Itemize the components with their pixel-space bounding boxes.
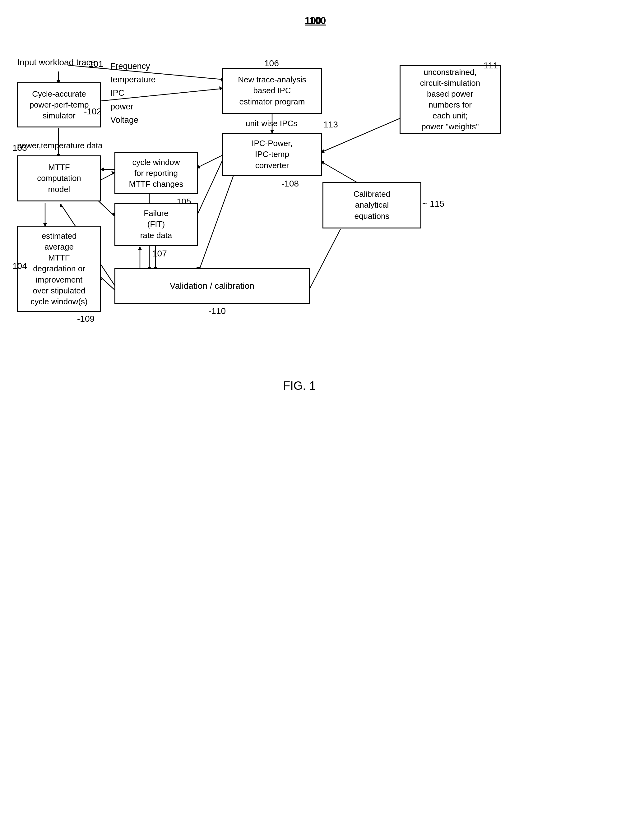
new-trace-box: New trace-analysisbased IPCestimator pro… [223, 68, 322, 114]
svg-line-14 [197, 159, 223, 216]
ref-111: 111 [483, 61, 498, 71]
cycle-window-box: cycle windowfor reportingMTTF changes [114, 152, 198, 194]
unconstrained-box: unconstrained,circuit-simulationbased po… [399, 65, 500, 134]
svg-marker-35 [138, 246, 142, 250]
cycle-accurate-box: Cycle-accuratepower-perf-tempsimulator [17, 82, 101, 128]
ipc-power-box: IPC-Power,IPC-tempconverter [223, 133, 322, 176]
svg-line-12 [197, 155, 223, 168]
svg-line-30 [100, 277, 114, 290]
ref-102: -102 [84, 107, 101, 117]
svg-line-20 [321, 162, 358, 183]
ref-106: 106 [264, 58, 279, 68]
ref-113: 113 [324, 120, 338, 129]
ref-115: ~ 115 [422, 199, 444, 209]
estimated-mttf-box: estimatedaverageMTTFdegradation orimprov… [17, 226, 101, 312]
power-temp-label: power,temperature data [17, 141, 103, 150]
input-workload-label: Input workload trace [17, 57, 95, 68]
svg-line-6 [100, 173, 114, 180]
ref-110: -110 [208, 306, 226, 316]
ref-104: 104 [13, 261, 27, 271]
svg-line-26 [199, 176, 233, 270]
calibrated-eq-box: Calibratedanalyticalequations [322, 182, 421, 229]
failure-rate-box: Failure(FIT)rate data [114, 203, 198, 246]
mttf-computation-box: MTTFcomputationmodel [17, 155, 101, 202]
diagram-title: 100 [309, 15, 326, 27]
ref-101: 101 [88, 59, 103, 69]
ref-108: -108 [281, 179, 299, 189]
svg-marker-33 [60, 203, 62, 207]
diagram-container: 100 [0, 0, 644, 829]
validation-box: Validation / calibration [114, 268, 310, 304]
ref-109: -109 [77, 314, 95, 324]
unit-wise-label: unit-wise IPCs [246, 119, 297, 128]
fig-label: FIG. 1 [283, 379, 316, 392]
ref-107: 107 [152, 249, 167, 258]
freq-temp-label: FrequencytemperatureIPCpowerVoltage [110, 60, 156, 127]
svg-line-38 [308, 229, 341, 292]
